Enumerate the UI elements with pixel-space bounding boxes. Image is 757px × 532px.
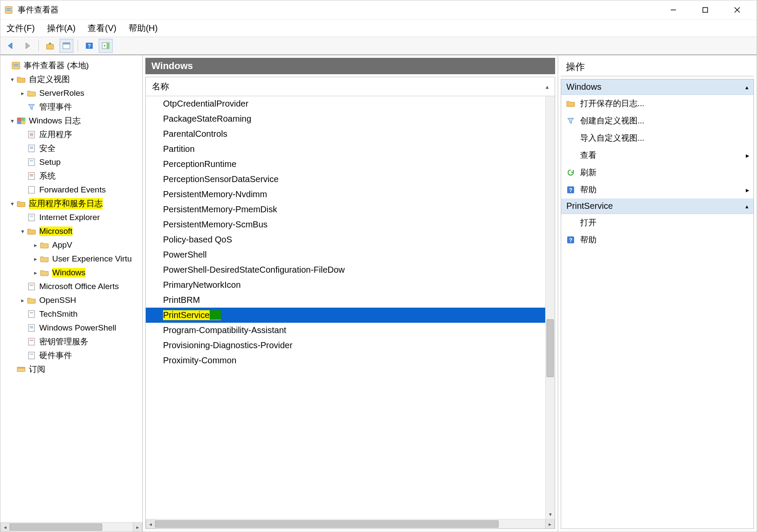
scroll-track[interactable]: [546, 96, 555, 510]
tree-office-alerts[interactable]: Microsoft Office Alerts: [0, 280, 142, 293]
tree-forwarded-events[interactable]: Forwarded Events: [0, 183, 142, 197]
show-action-pane-button[interactable]: [99, 39, 113, 53]
app-icon: [4, 5, 13, 15]
caret-down-icon[interactable]: ▾: [8, 76, 16, 83]
column-header[interactable]: 名称 ▴: [146, 77, 555, 96]
list-item[interactable]: Policy-based QoS: [146, 232, 545, 247]
list-item[interactable]: Provisioning-Diagnostics-Provider: [146, 338, 545, 353]
list-item[interactable]: PowerShell: [146, 247, 545, 262]
tree-ms-windows[interactable]: ▸Windows: [0, 266, 142, 280]
tree-application-log[interactable]: 应用程序: [0, 128, 142, 142]
tree-admin-events[interactable]: 管理事件: [0, 100, 142, 114]
tree-server-roles[interactable]: ▸ ServerRoles: [0, 86, 142, 100]
tree-appv[interactable]: ▸AppV: [0, 238, 142, 252]
caret-right-icon[interactable]: ▸: [19, 297, 26, 304]
scroll-right-icon[interactable]: ▸: [133, 523, 142, 532]
list-item[interactable]: Proximity-Common: [146, 353, 545, 368]
list-item[interactable]: PowerShell-DesiredStateConfiguration-Fil…: [146, 262, 545, 277]
caret-down-icon[interactable]: ▾: [8, 200, 16, 207]
actions-section-printservice[interactable]: PrintService ▴: [561, 198, 754, 214]
tree-openssh[interactable]: ▸OpenSSH: [0, 293, 142, 307]
help-button[interactable]: ?: [82, 39, 96, 53]
svg-rect-49: [17, 367, 25, 368]
action-item[interactable]: 查看▸: [561, 147, 754, 164]
folder-open-icon: [565, 99, 576, 108]
scroll-right-icon[interactable]: ▸: [545, 519, 555, 529]
list-item[interactable]: PrintService: [146, 308, 545, 323]
tree-custom-views[interactable]: ▾ 自定义视图: [0, 72, 142, 86]
caret-down-icon[interactable]: ▾: [8, 117, 16, 124]
action-item[interactable]: ?帮助: [561, 231, 754, 249]
collapse-icon[interactable]: ▴: [745, 84, 748, 91]
scroll-up-icon[interactable]: ▴: [546, 83, 549, 90]
caret-right-icon[interactable]: ▸: [31, 269, 39, 276]
tree-system-log[interactable]: 系统: [0, 169, 142, 183]
tree-microsoft[interactable]: ▾ Microsoft: [0, 224, 142, 238]
action-item[interactable]: 刷新: [561, 164, 754, 181]
scroll-thumb[interactable]: [155, 520, 499, 528]
list-item[interactable]: PrimaryNetworkIcon: [146, 277, 545, 293]
tree-windows-logs[interactable]: ▾ Windows 日志: [0, 114, 142, 128]
action-item[interactable]: 打开保存的日志...: [561, 95, 754, 112]
scroll-down-icon[interactable]: ▾: [546, 510, 555, 519]
tree-uev[interactable]: ▸User Experience Virtu: [0, 252, 142, 266]
list-item[interactable]: PersistentMemory-Nvdimm: [146, 187, 545, 202]
up-button[interactable]: [43, 39, 57, 53]
list-item[interactable]: OtpCredentialProvider: [146, 96, 545, 111]
list-item[interactable]: PackageStateRoaming: [146, 111, 545, 126]
caret-down-icon[interactable]: ▾: [19, 228, 26, 235]
list-item[interactable]: ParentalControls: [146, 126, 545, 142]
toolbar-separator: [38, 40, 39, 51]
list-item[interactable]: Program-Compatibility-Assistant: [146, 323, 545, 338]
list-item[interactable]: PersistentMemory-PmemDisk: [146, 202, 545, 217]
list-item[interactable]: PersistentMemory-ScmBus: [146, 217, 545, 232]
list-item[interactable]: Partition: [146, 142, 545, 157]
folder-open-icon: [26, 227, 37, 236]
properties-button[interactable]: [60, 39, 73, 53]
list-hscroll[interactable]: ◂ ▸: [146, 519, 555, 529]
scroll-thumb[interactable]: [547, 319, 554, 377]
caret-right-icon[interactable]: ▸: [31, 242, 39, 249]
app-title: 事件查看器: [18, 4, 663, 16]
minimize-button[interactable]: [663, 3, 683, 17]
collapse-icon[interactable]: ▴: [745, 203, 748, 210]
action-item[interactable]: 导入自定义视图...: [561, 129, 754, 147]
scroll-track[interactable]: [155, 519, 545, 529]
caret-right-icon[interactable]: ▸: [19, 90, 26, 97]
action-item[interactable]: 创建自定义视图...: [561, 112, 754, 129]
actions-section-windows[interactable]: Windows ▴: [561, 79, 754, 95]
scroll-left-icon[interactable]: ◂: [146, 519, 155, 529]
close-button[interactable]: [727, 3, 747, 17]
tree-subscriptions[interactable]: 订阅: [0, 362, 142, 376]
action-item[interactable]: 打开: [561, 214, 754, 231]
list-item[interactable]: PrintBRM: [146, 293, 545, 308]
list-scroll[interactable]: OtpCredentialProviderPackageStateRoaming…: [146, 96, 545, 519]
menu-file[interactable]: 文件(F): [6, 22, 35, 34]
tree-key-mgmt[interactable]: 密钥管理服务: [0, 335, 142, 349]
scroll-track[interactable]: [10, 523, 133, 532]
list-item[interactable]: PerceptionRuntime: [146, 157, 545, 172]
tree-hardware-events[interactable]: 硬件事件: [0, 349, 142, 362]
svg-rect-42: [30, 326, 33, 327]
tree-scroll[interactable]: 事件查看器 (本地) ▾ 自定义视图 ▸ ServerRoles 管理事件: [0, 55, 142, 522]
list-vscroll[interactable]: ▾: [545, 96, 555, 519]
tree-hscroll[interactable]: ◂ ▸: [0, 522, 142, 532]
tree-setup-log[interactable]: Setup: [0, 155, 142, 169]
tree-win-ps[interactable]: Windows PowerShell: [0, 321, 142, 335]
menu-action[interactable]: 操作(A): [47, 22, 76, 34]
scroll-thumb[interactable]: [10, 523, 102, 531]
back-button[interactable]: [4, 39, 18, 53]
list-item[interactable]: PerceptionSensorDataService: [146, 172, 545, 187]
action-item[interactable]: ?帮助▸: [561, 181, 754, 198]
tree-app-services[interactable]: ▾ 应用程序和服务日志: [0, 197, 142, 211]
menu-help[interactable]: 帮助(H): [129, 22, 158, 34]
forward-button[interactable]: [20, 39, 34, 53]
menu-view[interactable]: 查看(V): [88, 22, 116, 34]
maximize-button[interactable]: [695, 3, 715, 17]
tree-techsmith[interactable]: TechSmith: [0, 307, 142, 321]
caret-right-icon[interactable]: ▸: [31, 255, 39, 262]
tree-root[interactable]: 事件查看器 (本地): [0, 59, 142, 72]
scroll-left-icon[interactable]: ◂: [0, 523, 10, 532]
tree-security-log[interactable]: 安全: [0, 142, 142, 155]
tree-ie[interactable]: Internet Explorer: [0, 211, 142, 224]
